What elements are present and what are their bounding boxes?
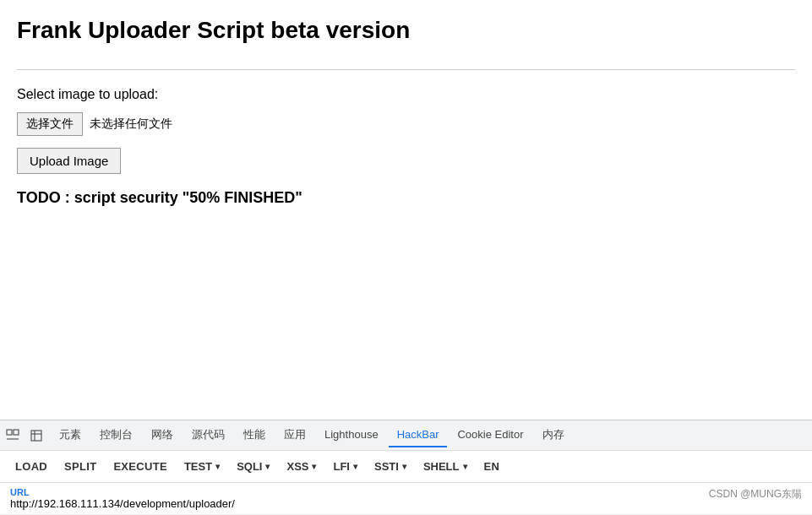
toolbar-xss-button[interactable]: XSS ▾ (278, 456, 324, 477)
tab-performance[interactable]: 性能 (235, 422, 274, 449)
toolbar-test-button[interactable]: TEST ▾ (176, 456, 228, 477)
credit-text: CSDN @MUNG东陽 (709, 487, 802, 501)
inspector-box-icon[interactable] (27, 426, 46, 445)
toolbar-sqli-button[interactable]: SQLI ▾ (228, 456, 278, 477)
devtools-url-row: URL http://192.168.111.134/development/u… (0, 483, 812, 515)
toolbar-execute-button[interactable]: EXECUTE (105, 456, 176, 477)
toolbar-shell-button[interactable]: SHELL ▾ (415, 456, 476, 477)
shell-dropdown-arrow: ▾ (463, 462, 467, 471)
tab-memory[interactable]: 内存 (534, 422, 573, 449)
toolbar-en-button[interactable]: EN (476, 456, 509, 477)
tab-application[interactable]: 应用 (275, 422, 314, 449)
tab-console[interactable]: 控制台 (91, 422, 141, 449)
todo-text: TODO : script security "50% FINISHED" (17, 189, 795, 207)
tab-hackbar[interactable]: HackBar (389, 423, 448, 447)
devtools-tabs-bar: 元素 控制台 网络 源代码 性能 应用 Lighthouse HackBar C… (0, 420, 812, 451)
toolbar-load-button[interactable]: LOAD (7, 456, 56, 477)
xss-dropdown-arrow: ▾ (312, 462, 316, 471)
csdn-credit: CSDN @MUNG东陽 (709, 487, 802, 501)
sqli-dropdown-arrow: ▾ (265, 462, 270, 471)
tab-cookie-editor[interactable]: Cookie Editor (449, 423, 531, 447)
svg-rect-0 (7, 430, 12, 435)
no-file-text: 未选择任何文件 (90, 117, 172, 132)
tab-sources[interactable]: 源代码 (183, 422, 233, 449)
devtools-panel: 元素 控制台 网络 源代码 性能 应用 Lighthouse HackBar C… (0, 420, 812, 515)
url-label: URL (10, 487, 235, 497)
tab-elements[interactable]: 元素 (51, 422, 90, 449)
toolbar-ssti-button[interactable]: SSTI ▾ (366, 456, 415, 477)
svg-rect-1 (14, 430, 19, 435)
page-title: Frank Uploader Script beta version (17, 17, 795, 44)
upload-image-button[interactable]: Upload Image (17, 148, 121, 174)
devtools-toolbar: LOAD SPLIT EXECUTE TEST ▾ SQLI ▾ XSS ▾ L… (0, 451, 812, 483)
select-label: Select image to upload: (17, 87, 795, 102)
tab-lighthouse[interactable]: Lighthouse (316, 423, 387, 447)
lfi-dropdown-arrow: ▾ (353, 462, 357, 471)
url-block: URL http://192.168.111.134/development/u… (10, 487, 235, 510)
divider (17, 69, 795, 70)
file-input-row: 选择文件 未选择任何文件 (17, 112, 795, 136)
url-value: http://192.168.111.134/development/uploa… (10, 497, 235, 510)
ssti-dropdown-arrow: ▾ (402, 462, 406, 471)
svg-rect-3 (31, 431, 41, 441)
cursor-icon[interactable] (3, 426, 22, 445)
main-content: Frank Uploader Script beta version Selec… (0, 0, 812, 420)
toolbar-lfi-button[interactable]: LFI ▾ (324, 456, 366, 477)
choose-file-button[interactable]: 选择文件 (17, 112, 83, 136)
test-dropdown-arrow: ▾ (215, 462, 220, 471)
tab-network[interactable]: 网络 (143, 422, 182, 449)
toolbar-split-button[interactable]: SPLIT (56, 456, 105, 477)
